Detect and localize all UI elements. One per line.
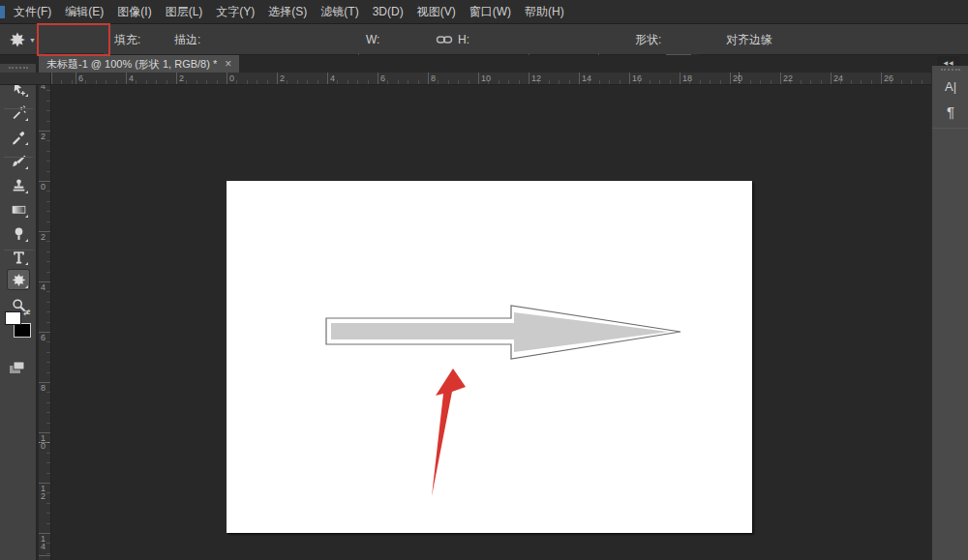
menu-item[interactable]: 视图(V) (417, 4, 456, 20)
arrow-shape-layer (227, 181, 752, 533)
ruler-label: 1 4 (41, 535, 45, 550)
ruler-label: 12 (531, 74, 541, 83)
annotation-arrow (432, 368, 466, 496)
ruler-label: 6 (380, 74, 385, 83)
gradient-tool-icon (11, 201, 27, 218)
panel-dock: A| ¶ (931, 66, 968, 560)
ruler-label: 14 (582, 74, 591, 83)
height-label: H: (458, 24, 469, 55)
clone-stamp-tool[interactable] (7, 174, 30, 195)
ruler-label: 8 (431, 74, 436, 83)
ruler-label: 6 (78, 74, 83, 83)
menu-item[interactable]: 文件(F) (14, 4, 51, 20)
ruler-label: 20 (733, 74, 742, 83)
menu-item[interactable]: 图像(I) (117, 4, 151, 20)
ruler-label: 2 (280, 74, 285, 83)
paragraph-panel-button[interactable]: ¶ (937, 101, 964, 122)
dropdown-caret-icon: ▼ (29, 37, 36, 44)
ruler-label: 4 (330, 74, 335, 83)
gradient-tool[interactable] (7, 198, 30, 220)
custom-shape-icon (8, 30, 27, 49)
options-bar: ▼ 形状 ▲▼ 填充: 描边: 4.96 点 ▼ ▼ W: 400.06 H: … (0, 24, 968, 55)
tool-palette: ⇄ (0, 64, 37, 560)
menu-item[interactable]: 帮助(H) (525, 4, 564, 20)
ruler-origin-corner[interactable] (0, 73, 51, 85)
ruler-label: 8 (41, 384, 45, 392)
palette-grip[interactable] (9, 67, 28, 69)
foreground-color-swatch[interactable] (5, 311, 21, 325)
custom-shape-tool[interactable] (7, 269, 30, 290)
ruler-label: 18 (682, 74, 692, 83)
ruler-label: 4 (41, 283, 45, 291)
eyedropper-tool[interactable] (7, 126, 30, 147)
stroke-label: 描边: (174, 24, 200, 55)
menu-item[interactable]: 图层(L) (166, 4, 203, 20)
custom-shape-tool-preset-icon[interactable]: ▼ (8, 24, 36, 55)
screen-mode-icon (8, 359, 27, 376)
background-color-swatch[interactable] (14, 323, 31, 338)
ruler-label: 2 (41, 233, 45, 241)
menu-item[interactable]: 编辑(E) (65, 4, 104, 20)
ruler-label: 26 (884, 74, 893, 83)
ruler-label: 2 (41, 133, 45, 140)
horizontal-ruler[interactable]: 64202468101214161820222426 (51, 73, 931, 85)
brush-tool-icon (11, 153, 27, 169)
menu-item[interactable]: 窗口(W) (469, 4, 511, 20)
ruler-label: 1 0 (41, 434, 45, 450)
eyedropper-tool-icon (11, 129, 27, 145)
canvas-area[interactable] (51, 85, 931, 560)
document-canvas[interactable] (227, 181, 752, 533)
magic-wand-tool-icon (11, 104, 27, 121)
ruler-label: 1 2 (41, 485, 45, 500)
tab-bar: 未标题-1 @ 100% (形状 1, RGB/8) * × ◀◀ (0, 55, 968, 73)
screen-mode-button[interactable] (8, 359, 27, 380)
menu-item[interactable]: 选择(S) (268, 4, 307, 20)
align-edges-label: 对齐边缘 (726, 24, 772, 55)
ruler-label: 16 (632, 74, 642, 83)
ruler-label: 22 (783, 74, 793, 83)
ruler-label: 6 (41, 334, 45, 341)
menu-item[interactable]: 文字(Y) (216, 4, 255, 20)
ruler-label: 4 (41, 85, 45, 90)
document-tab-title: 未标题-1 @ 100% (形状 1, RGB/8) * (46, 57, 217, 72)
menu-bar: 文件(F)编辑(E)图像(I)图层(L)文字(Y)选择(S)滤镜(T)3D(D)… (0, 0, 968, 24)
document-tab[interactable]: 未标题-1 @ 100% (形状 1, RGB/8) * × (39, 55, 239, 73)
menu-item[interactable]: 3D(D) (373, 5, 404, 18)
width-label: W: (366, 24, 379, 55)
ruler-label: 4 (129, 74, 134, 83)
ruler-label: 0 (41, 183, 45, 191)
close-tab-icon[interactable]: × (225, 57, 231, 71)
brush-tool[interactable] (7, 150, 30, 171)
ruler-label: 2 (179, 74, 184, 83)
ruler-label: 10 (481, 74, 491, 83)
dock-grip[interactable] (941, 69, 960, 71)
dodge-tool-icon (11, 225, 27, 242)
clone-stamp-tool-icon (11, 177, 27, 193)
menu-item[interactable]: 滤镜(T) (320, 4, 358, 20)
vertical-ruler[interactable]: 42024681 01 21 4 (39, 85, 51, 560)
ruler-label: 24 (833, 74, 843, 83)
custom-shape-tool-icon (11, 272, 27, 288)
shape-preset-label: 形状: (635, 24, 661, 55)
swap-colors-icon[interactable]: ⇄ (23, 308, 31, 317)
type-tool-icon (11, 249, 27, 265)
link-dimensions-icon[interactable] (436, 24, 453, 55)
ruler-label: 0 (229, 74, 234, 83)
dodge-tool[interactable] (7, 222, 30, 244)
magic-wand-tool[interactable] (7, 102, 30, 123)
fill-label: 填充: (114, 24, 140, 55)
character-panel-button[interactable]: A| (937, 75, 964, 97)
app-icon-partial (0, 6, 5, 18)
